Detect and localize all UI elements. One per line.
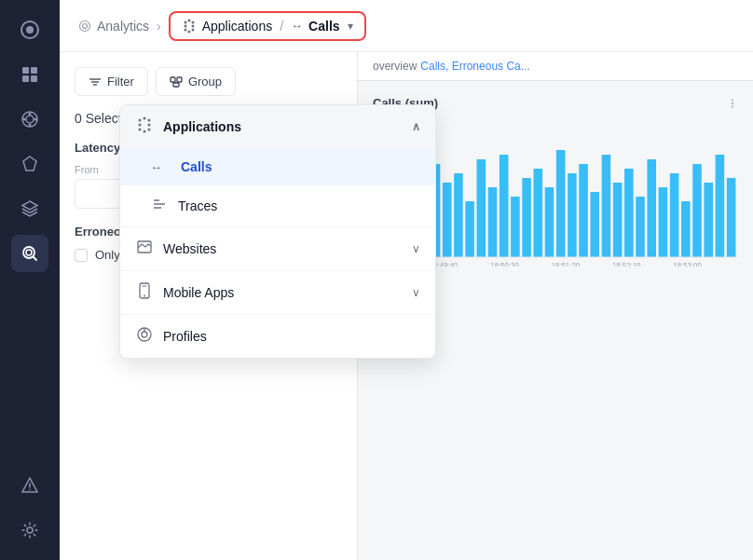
sidebar <box>0 0 60 560</box>
apps-breadcrumb-label: Applications <box>202 19 273 34</box>
svg-point-19 <box>29 489 31 491</box>
svg-point-30 <box>191 28 194 31</box>
profiles-item-left: Profiles <box>135 326 207 347</box>
websites-chevron: ∨ <box>412 242 420 255</box>
applications-menu-header[interactable]: Applications ∧ <box>120 105 435 148</box>
svg-rect-60 <box>579 164 588 257</box>
svg-point-7 <box>26 116 34 123</box>
svg-rect-2 <box>22 67 29 74</box>
header: Analytics › Applications / ↔ Calls ▾ <box>60 0 753 52</box>
svg-rect-69 <box>681 201 691 257</box>
analytics-icon[interactable] <box>11 101 48 138</box>
only-erroneous-checkbox[interactable] <box>75 249 88 262</box>
svg-rect-54 <box>511 197 520 257</box>
svg-rect-56 <box>533 169 542 257</box>
mobile-apps-chevron: ∨ <box>412 286 420 299</box>
profiles-icon <box>135 326 154 347</box>
svg-rect-35 <box>177 77 182 82</box>
mobile-apps-section: Mobile Apps ∨ <box>120 271 435 315</box>
svg-point-21 <box>80 20 90 31</box>
svg-point-9 <box>29 124 32 127</box>
svg-rect-49 <box>454 173 463 257</box>
svg-text:18:50:30: 18:50:30 <box>490 260 519 266</box>
svg-rect-65 <box>636 197 645 257</box>
group-icon <box>170 75 183 89</box>
svg-rect-57 <box>545 187 554 257</box>
traces-menu-item[interactable]: Traces <box>120 185 435 226</box>
gem-icon[interactable] <box>11 145 48 183</box>
dropdown-chevron: ▾ <box>348 20 353 33</box>
svg-rect-66 <box>647 159 656 257</box>
search-icon[interactable] <box>11 235 48 272</box>
mobile-apps-menu-item[interactable]: Mobile Apps ∨ <box>120 271 435 314</box>
svg-marker-13 <box>22 201 37 210</box>
svg-rect-5 <box>31 75 37 82</box>
svg-rect-61 <box>590 192 599 257</box>
dashboard-icon[interactable] <box>11 56 48 93</box>
svg-point-98 <box>144 329 145 331</box>
svg-text:18:53:00: 18:53:00 <box>673 260 702 266</box>
svg-rect-59 <box>568 173 577 257</box>
content-area: Filter Group 0 Selected Latency From <box>60 52 753 560</box>
overview-links[interactable]: Calls, Erroneous Ca... <box>420 60 529 73</box>
svg-point-94 <box>144 295 145 297</box>
calls-item-left: ↔ Calls <box>150 159 212 174</box>
profiles-menu-item[interactable]: Profiles <box>120 315 435 358</box>
svg-point-20 <box>27 527 33 533</box>
calls-icon-header: ↔ <box>291 19 303 33</box>
svg-rect-53 <box>500 155 509 257</box>
svg-line-15 <box>34 257 37 261</box>
settings-icon[interactable] <box>11 512 48 549</box>
svg-point-23 <box>184 20 186 23</box>
websites-menu-label: Websites <box>163 241 216 256</box>
breadcrumb-dropdown[interactable]: Applications / ↔ Calls ▾ <box>169 11 366 41</box>
websites-icon <box>135 239 154 259</box>
calls-menu-label: Calls <box>181 159 212 174</box>
calls-menu-item[interactable]: ↔ Calls <box>120 148 435 185</box>
traces-item-left: Traces <box>150 197 217 215</box>
group-button[interactable]: Group <box>156 67 236 96</box>
overview-bar: overview Calls, Erroneous Ca... <box>358 52 753 81</box>
websites-section: Websites ∨ <box>120 227 435 271</box>
calls-breadcrumb-label: Calls <box>308 19 339 34</box>
svg-rect-68 <box>670 173 679 257</box>
svg-point-83 <box>148 119 151 122</box>
overview-label: overview <box>373 60 417 73</box>
svg-point-25 <box>191 20 194 23</box>
traces-menu-label: Traces <box>178 198 217 213</box>
applications-menu-label: Applications <box>163 119 241 134</box>
svg-point-81 <box>139 119 142 122</box>
analytics-label: Analytics <box>97 19 149 34</box>
layers-icon[interactable] <box>11 190 48 227</box>
applications-header-left: Applications <box>135 116 241 137</box>
svg-point-86 <box>139 129 142 131</box>
applications-icon <box>135 116 154 137</box>
filter-button[interactable]: Filter <box>75 67 148 96</box>
svg-point-8 <box>29 113 32 116</box>
analytics-breadcrumb: Analytics <box>78 19 149 34</box>
svg-point-85 <box>148 124 151 127</box>
svg-text:18:51:20: 18:51:20 <box>552 260 581 266</box>
warning-icon[interactable] <box>11 467 48 504</box>
filter-label: Filter <box>107 75 134 89</box>
main-area: Analytics › Applications / ↔ Calls ▾ Fil… <box>60 0 753 560</box>
filter-group-row: Filter Group <box>75 67 342 96</box>
profiles-menu-label: Profiles <box>163 329 207 344</box>
svg-point-29 <box>187 30 190 33</box>
svg-rect-73 <box>727 178 736 257</box>
svg-point-1 <box>26 26 34 34</box>
svg-rect-55 <box>522 178 531 257</box>
dropdown-overlay: Applications ∧ ↔ Calls <box>119 104 436 359</box>
websites-menu-item[interactable]: Websites ∨ <box>120 227 435 270</box>
mobile-apps-icon <box>135 282 154 303</box>
filter-icon <box>89 75 102 89</box>
applications-section: Applications ∧ ↔ Calls <box>120 105 435 227</box>
chart-menu-icon[interactable] <box>727 98 738 109</box>
svg-rect-58 <box>556 150 566 257</box>
svg-point-26 <box>184 24 186 27</box>
svg-point-84 <box>139 124 142 127</box>
svg-point-10 <box>23 118 26 121</box>
svg-rect-50 <box>465 201 474 257</box>
logo-icon[interactable] <box>11 11 48 48</box>
svg-rect-3 <box>31 67 37 74</box>
